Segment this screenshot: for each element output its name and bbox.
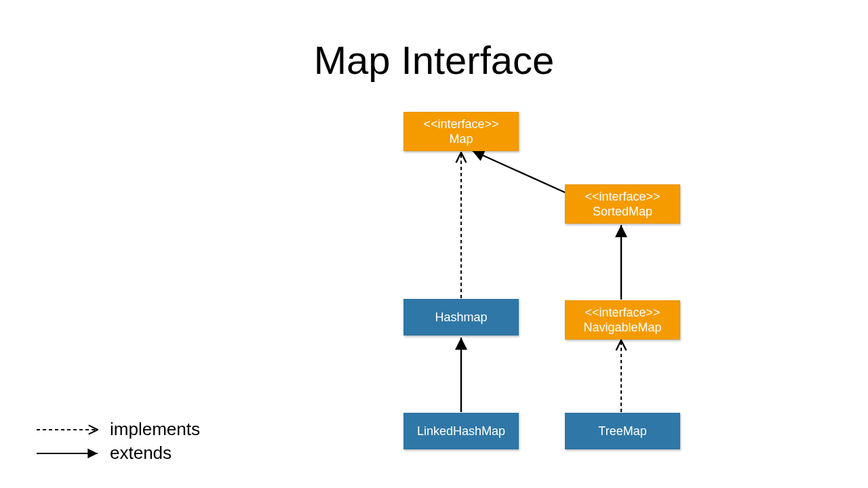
legend-implements: implements — [35, 419, 200, 440]
solid-arrow-icon — [35, 447, 100, 460]
edge-sortedmap-map — [472, 150, 570, 195]
node-label: Hashmap — [435, 310, 487, 325]
node-label: LinkedHashMap — [417, 424, 505, 439]
legend: implements extends — [35, 416, 200, 464]
legend-label: implements — [110, 419, 200, 440]
diagram-title: Map Interface — [0, 37, 868, 83]
node-linkedhashmap-class: LinkedHashMap — [403, 413, 519, 449]
stereotype-label: <<interface>> — [585, 189, 660, 205]
node-sortedmap-interface: <<interface>> SortedMap — [565, 184, 680, 224]
node-navigablemap-interface: <<interface>> NavigableMap — [565, 300, 680, 340]
node-label: TreeMap — [598, 424, 646, 439]
node-label: SortedMap — [593, 204, 652, 220]
legend-label: extends — [110, 443, 172, 464]
stereotype-label: <<interface>> — [423, 117, 498, 132]
node-label: Map — [449, 131, 473, 147]
node-label: NavigableMap — [583, 320, 661, 336]
node-hashmap-class: Hashmap — [403, 299, 519, 336]
legend-extends: extends — [35, 443, 200, 464]
node-map-interface: <<interface>> Map — [403, 112, 519, 151]
node-treemap-class: TreeMap — [565, 413, 680, 449]
dashed-arrow-icon — [35, 424, 100, 436]
stereotype-label: <<interface>> — [585, 305, 660, 321]
